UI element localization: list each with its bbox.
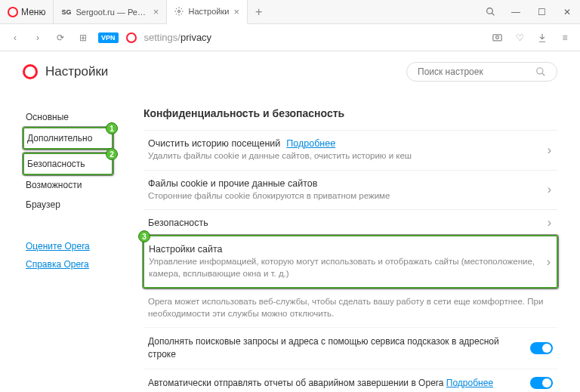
toolbar: ‹ › ⟳ ⊞ VPN settings/privacy ♡ ≡ <box>0 24 580 51</box>
reload-button[interactable]: ⟳ <box>53 30 68 45</box>
back-button[interactable]: ‹ <box>8 30 23 45</box>
close-icon[interactable]: × <box>153 6 159 17</box>
sidebar: Основные Дополнительно 1 Безопасность 2 … <box>23 92 113 392</box>
search-icon <box>535 66 546 77</box>
forward-button[interactable]: › <box>30 30 45 45</box>
search-button[interactable] <box>477 0 503 24</box>
row-clear-history[interactable]: Очистить историю посещений Подробнее Уда… <box>143 130 557 170</box>
gear-icon <box>174 7 184 16</box>
row-cookies[interactable]: Файлы cookie и прочие данные сайтов Стор… <box>143 170 557 210</box>
search-input[interactable] <box>418 66 535 77</box>
sidebar-item-advanced[interactable]: Дополнительно 1 <box>23 127 113 150</box>
opera-icon <box>23 64 38 79</box>
tab-title: Sergoot.ru — Решение в... <box>76 8 148 17</box>
content: Конфиденциальность и безопасность Очисти… <box>113 92 557 392</box>
address-bar[interactable]: settings/privacy <box>144 32 482 43</box>
maximize-button[interactable]: ☐ <box>529 0 554 24</box>
opera-icon <box>8 7 18 17</box>
footnote: Opera может использовать веб-службы, что… <box>143 288 557 327</box>
download-icon[interactable] <box>535 30 550 45</box>
favicon-sg: SG <box>61 8 71 16</box>
row-security[interactable]: Безопасность <box>143 209 557 236</box>
menu-button[interactable]: Меню <box>0 0 54 23</box>
section-title: Конфиденциальность и безопасность <box>143 107 557 119</box>
toggle-row-suggestions: Дополнять поисковые запросы и адреса с п… <box>143 327 557 369</box>
learn-more-link[interactable]: Подробнее <box>446 378 493 388</box>
toggle-label: Дополнять поисковые запросы и адреса с п… <box>148 335 523 361</box>
new-tab-button[interactable]: + <box>248 0 270 23</box>
close-icon[interactable]: × <box>233 6 239 17</box>
speed-dial-button[interactable]: ⊞ <box>76 30 91 45</box>
snapshot-icon[interactable] <box>489 30 504 45</box>
annotation-badge-2: 2 <box>106 148 118 160</box>
page-title: Настройки <box>23 64 108 79</box>
svg-point-1 <box>486 8 492 14</box>
menu-icon[interactable]: ≡ <box>557 30 572 45</box>
minimize-button[interactable]: — <box>503 0 529 24</box>
row-site-settings[interactable]: 3 Настройки сайта Управление информацией… <box>143 235 558 289</box>
tab-strip: SG Sergoot.ru — Решение в... × Настройки… <box>54 0 477 23</box>
svg-point-4 <box>537 68 543 74</box>
sidebar-item-browser[interactable]: Браузер <box>23 195 113 215</box>
annotation-badge-3: 3 <box>138 230 150 242</box>
svg-rect-2 <box>492 35 501 41</box>
toggle-switch[interactable] <box>530 342 553 354</box>
toggle-switch[interactable] <box>530 377 553 389</box>
settings-search[interactable] <box>406 62 557 82</box>
heart-icon[interactable]: ♡ <box>512 30 527 45</box>
menu-label: Меню <box>21 7 45 17</box>
annotation-badge-1: 1 <box>106 122 118 134</box>
tab-1[interactable]: Настройки × <box>167 0 248 24</box>
svg-point-0 <box>178 11 180 13</box>
sidebar-link-help[interactable]: Справка Opera <box>23 255 113 273</box>
tab-0[interactable]: SG Sergoot.ru — Решение в... × <box>54 0 167 23</box>
sidebar-link-rate[interactable]: Оцените Opera <box>23 237 113 255</box>
sidebar-item-security[interactable]: Безопасность 2 <box>23 153 113 175</box>
page-header: Настройки <box>0 51 580 92</box>
toggle-row-crash-reports: Автоматически отправлять отчеты об авари… <box>143 369 557 392</box>
main: Основные Дополнительно 1 Безопасность 2 … <box>0 92 580 392</box>
close-button[interactable]: ✕ <box>554 0 580 24</box>
sidebar-item-basic[interactable]: Основные <box>23 107 113 127</box>
toggle-label: Автоматически отправлять отчеты об авари… <box>148 377 523 390</box>
titlebar: Меню SG Sergoot.ru — Решение в... × Наст… <box>0 0 580 24</box>
opera-icon <box>126 32 137 43</box>
tab-title: Настройки <box>188 7 229 16</box>
learn-more-link[interactable]: Подробнее <box>286 138 335 149</box>
sidebar-item-features[interactable]: Возможности <box>23 175 113 195</box>
vpn-badge[interactable]: VPN <box>98 32 119 43</box>
svg-point-3 <box>495 36 498 39</box>
window-controls: — ☐ ✕ <box>477 0 580 24</box>
